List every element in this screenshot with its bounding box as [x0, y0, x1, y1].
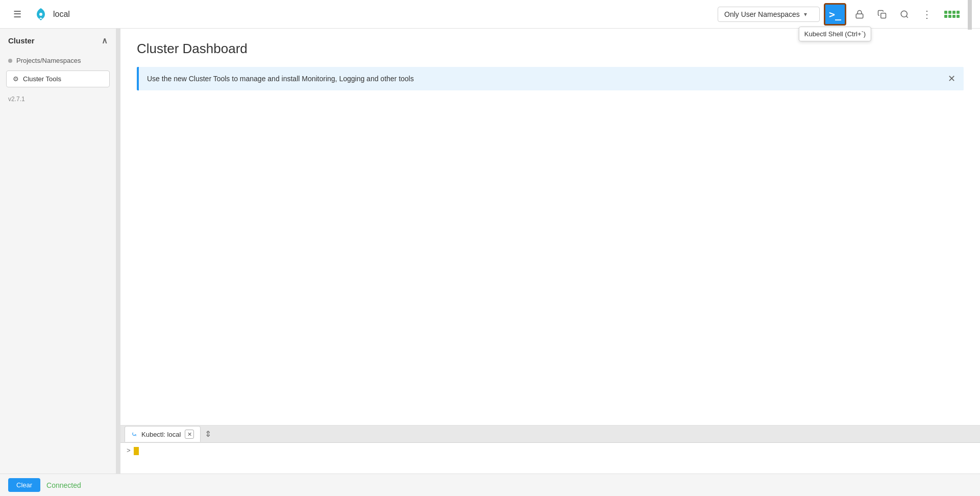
navbar: ☰ local Only User Namespaces ▾ >_ Kubect… [0, 0, 980, 29]
search-button[interactable] [895, 5, 914, 23]
status-bar: Clear Connected [0, 474, 980, 496]
grid-cell [948, 15, 951, 18]
right-edge [968, 0, 972, 30]
sidebar-collapse-button[interactable]: ∧ [102, 36, 108, 45]
resize-handle[interactable] [116, 29, 120, 474]
terminal-resize-button[interactable]: ⇕ [205, 429, 211, 439]
terminal-content[interactable]: > [120, 443, 980, 474]
grid-cell [944, 11, 947, 14]
copy-icon [877, 10, 887, 19]
cluster-tools-label: Cluster Tools [23, 75, 61, 83]
svg-rect-3 [881, 13, 886, 18]
terminal-tab-close-button[interactable]: ✕ [185, 430, 194, 439]
terminal-cursor [134, 447, 139, 455]
sidebar-item-projects[interactable]: Projects/Namespaces [0, 53, 116, 68]
info-banner-text: Use the new Cluster Tools to manage and … [147, 75, 942, 83]
terminal-tab-label: Kubectl: local [141, 431, 181, 438]
navbar-right: Only User Namespaces ▾ >_ Kubectl Shell … [718, 0, 972, 30]
terminal-tab[interactable]: ⤿ Kubectl: local ✕ [125, 426, 201, 442]
grid-cell [944, 15, 947, 18]
brand-icon [33, 6, 49, 22]
brand-name: local [53, 10, 70, 19]
sidebar-cluster-label: Cluster [8, 36, 35, 45]
svg-rect-2 [856, 14, 863, 18]
svg-point-4 [901, 11, 907, 17]
terminal-tab-icon: ⤿ [131, 430, 137, 438]
page-title: Cluster Dashboard [137, 41, 964, 57]
more-button[interactable]: ⋮ [918, 5, 936, 23]
grid-icon [944, 11, 960, 18]
content-main: Cluster Dashboard Use the new Cluster To… [120, 29, 980, 474]
svg-point-1 [39, 13, 42, 16]
content-area: Cluster Dashboard Use the new Cluster To… [120, 29, 980, 474]
brand-logo: local [33, 6, 70, 22]
info-banner: Use the new Cluster Tools to manage and … [137, 67, 964, 90]
grid-cell [952, 11, 955, 14]
namespace-select-text: Only User Namespaces [724, 10, 800, 18]
sidebar-item-dot [8, 59, 12, 63]
sidebar-header: Cluster ∧ [0, 29, 116, 53]
copy-button[interactable] [873, 5, 891, 23]
grid-cell [948, 11, 951, 14]
grid-cell [952, 15, 955, 18]
navbar-left: ☰ local [8, 5, 70, 23]
terminal-area: ⤿ Kubectl: local ✕ ⇕ > [120, 425, 980, 474]
namespace-select[interactable]: Only User Namespaces ▾ [718, 7, 820, 22]
clear-button[interactable]: Clear [8, 478, 40, 492]
gear-icon: ⚙ [13, 75, 19, 83]
connected-status: Connected [46, 481, 81, 489]
terminal-tab-bar: ⤿ Kubectl: local ✕ ⇕ [120, 426, 980, 443]
grid-cell [957, 11, 960, 14]
sidebar-item-label: Projects/Namespaces [16, 57, 81, 64]
lock-icon [855, 10, 864, 19]
hamburger-button[interactable]: ☰ [8, 5, 27, 23]
info-banner-close-button[interactable]: ✕ [948, 74, 955, 83]
kubectl-tooltip: Kubectl Shell (Ctrl+`) [799, 27, 871, 41]
chevron-down-icon: ▾ [804, 11, 807, 18]
grid-cell [957, 15, 960, 18]
sidebar-version: v2.7.1 [0, 89, 116, 109]
search-icon [900, 10, 909, 19]
sidebar-cluster-tools-button[interactable]: ⚙ Cluster Tools [6, 70, 110, 87]
terminal-prompt: > [127, 447, 131, 455]
main-layout: Cluster ∧ Projects/Namespaces ⚙ Cluster … [0, 29, 980, 474]
lock-button[interactable] [850, 5, 869, 23]
sidebar: Cluster ∧ Projects/Namespaces ⚙ Cluster … [0, 29, 116, 474]
kubectl-shell-button[interactable]: >_ [824, 3, 846, 26]
